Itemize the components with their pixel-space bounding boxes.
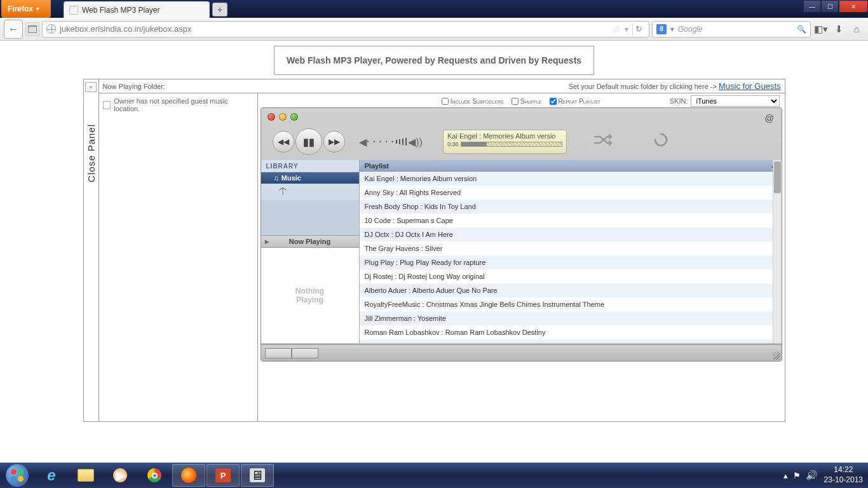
home-button[interactable]: ⌂ bbox=[849, 22, 864, 37]
start-orb-icon bbox=[6, 464, 29, 487]
antenna-icon bbox=[278, 186, 288, 196]
volume-mute-icon: ◀ bbox=[359, 136, 367, 148]
volume-max-icon: ◀)) bbox=[408, 136, 423, 148]
traffic-zoom-icon[interactable] bbox=[290, 113, 298, 121]
taskbar-explorer[interactable] bbox=[69, 464, 102, 487]
svg-rect-1 bbox=[29, 27, 36, 32]
music-for-guests-link[interactable]: Music for Guests bbox=[719, 81, 781, 91]
at-icon: @ bbox=[765, 113, 774, 123]
next-button[interactable]: ▶▶ bbox=[323, 131, 345, 152]
playlist-row[interactable]: Fresh Body Shop : Kids In Toy Land bbox=[360, 200, 782, 214]
page-icon bbox=[103, 101, 111, 109]
shuffle-checkbox[interactable] bbox=[512, 98, 519, 105]
now-playing-title: Kai Engel : Memories Album versio bbox=[447, 132, 562, 140]
repeat-icon[interactable] bbox=[653, 132, 668, 151]
firefox-label: Firefox bbox=[8, 4, 33, 13]
tab-favicon bbox=[69, 6, 78, 15]
now-playing-panel: Nothing Playing bbox=[261, 248, 359, 343]
playlist-row[interactable]: Dj Rostej : Dj Rostej Long Way original bbox=[360, 269, 782, 283]
window-close-button[interactable]: ✕ bbox=[839, 0, 868, 13]
elapsed-time: 0:30 bbox=[447, 141, 459, 147]
url-text: jukebox.erlsindia.co.in/jukebox.aspx bbox=[60, 24, 191, 34]
taskbar-clock[interactable]: 14:22 23-10-2013 bbox=[824, 465, 863, 485]
playlist-row[interactable]: LA RICURA : El Maridon bbox=[360, 339, 782, 343]
clock-date: 23-10-2013 bbox=[824, 475, 863, 485]
close-panel-label: Close Panel bbox=[86, 124, 97, 182]
resize-handle-icon[interactable] bbox=[773, 352, 780, 360]
now-playing-header[interactable]: Now Playing bbox=[261, 235, 359, 248]
window-minimize-button[interactable]: — bbox=[803, 0, 821, 13]
page-title-banner: Web Flash MP3 Player, Powered by Request… bbox=[274, 46, 594, 75]
play-pause-button[interactable]: ▮▮ bbox=[295, 128, 322, 155]
volume-control[interactable]: ◀ • • • • • ◀)) bbox=[359, 136, 423, 148]
shuffle-option[interactable]: Shuffle bbox=[512, 98, 542, 105]
nav-back-button[interactable]: ← bbox=[4, 20, 23, 39]
tray-volume-icon[interactable]: 🔊 bbox=[806, 470, 818, 481]
playlist-header[interactable]: Playlist ▲ bbox=[360, 160, 782, 172]
clock-time: 14:22 bbox=[824, 465, 863, 475]
address-bar[interactable]: jukebox.erlsindia.co.in/jukebox.aspx ☆ ▾… bbox=[42, 21, 649, 37]
owner-message: Owner has not specified guest music loca… bbox=[114, 97, 253, 112]
library-header: LIBRARY bbox=[261, 160, 359, 172]
playlist-row[interactable]: DJ Octx : DJ Octx I Am Here bbox=[360, 227, 782, 241]
playlist-row[interactable]: Kai Engel : Memories Album version bbox=[360, 172, 782, 186]
reload-button[interactable]: ↻ bbox=[632, 23, 645, 36]
downloads-button[interactable]: ⬇ bbox=[831, 22, 846, 37]
library-item-radio[interactable] bbox=[261, 184, 359, 200]
footer-button-2[interactable] bbox=[292, 348, 318, 358]
repeat-option[interactable]: Repeat Playlist bbox=[550, 98, 601, 105]
playlist-row[interactable]: Anny Sky : All Rights Reserved bbox=[360, 186, 782, 200]
itunes-player: @ ◀◀ ▮▮ ▶▶ ◀ • • • • • ◀)) bbox=[261, 107, 782, 362]
skin-label: SKIN: bbox=[670, 97, 688, 105]
windows-taskbar: e ▶ P 🖥 ▴ ⚑ 🔊 14:22 23-10-2013 bbox=[0, 463, 868, 488]
playlist-row[interactable]: Alberto Aduer : Alberto Aduer Que No Par… bbox=[360, 283, 782, 297]
skin-select[interactable]: iTunes bbox=[691, 95, 780, 107]
google-icon: 8 bbox=[656, 24, 667, 34]
music-note-icon: ♫ bbox=[274, 174, 279, 182]
include-subfolders-option[interactable]: Include Subfodlers bbox=[442, 98, 504, 105]
playlist-scrollbar[interactable] bbox=[773, 160, 782, 343]
bookmarks-menu-button[interactable]: ◧▾ bbox=[813, 22, 829, 37]
playlist-row[interactable]: Jill Zimmerman : Yosemite bbox=[360, 311, 782, 325]
tray-action-center-icon[interactable]: ⚑ bbox=[793, 471, 801, 480]
taskbar-chrome[interactable] bbox=[138, 464, 171, 487]
tray-show-hidden-icon[interactable]: ▴ bbox=[783, 471, 788, 480]
globe-icon bbox=[46, 24, 56, 34]
now-playing-folder-label: Now Playing Folder: bbox=[103, 83, 165, 90]
taskbar-wmp[interactable]: ▶ bbox=[104, 464, 137, 487]
footer-button-1[interactable] bbox=[265, 348, 292, 358]
taskbar-putty[interactable]: 🖥 bbox=[241, 464, 274, 487]
playlist-row[interactable]: The Gray Havens : Silver bbox=[360, 241, 782, 255]
search-go-icon[interactable]: 🔍 bbox=[797, 25, 806, 34]
url-dropdown-icon[interactable]: ▾ bbox=[625, 25, 628, 34]
traffic-close-icon[interactable] bbox=[268, 113, 275, 121]
progress-slider[interactable] bbox=[461, 142, 562, 147]
taskbar-firefox[interactable] bbox=[172, 464, 205, 487]
include-subfolders-checkbox[interactable] bbox=[442, 98, 449, 105]
search-engine-dropdown-icon[interactable]: ▾ bbox=[670, 25, 674, 34]
site-identity-button[interactable] bbox=[25, 22, 39, 36]
start-button[interactable] bbox=[0, 463, 34, 488]
new-tab-button[interactable]: + bbox=[212, 3, 227, 17]
music-label: Music bbox=[281, 174, 301, 182]
search-placeholder: Google bbox=[678, 25, 703, 34]
library-item-music[interactable]: ♫ Music bbox=[261, 172, 359, 184]
playlist-row[interactable]: 10 Code : Superman s Cape bbox=[360, 214, 782, 227]
playlist-row[interactable]: RoyaltyFreeMusic : Christmas Xmas Jingle… bbox=[360, 297, 782, 311]
firefox-menu-button[interactable]: Firefox bbox=[1, 0, 51, 18]
taskbar-ie[interactable]: e bbox=[35, 464, 68, 487]
window-maximize-button[interactable]: ☐ bbox=[821, 0, 839, 13]
playlist-row[interactable]: Plug Play : Plug Play Ready for rapture bbox=[360, 255, 782, 269]
traffic-minimize-icon[interactable] bbox=[279, 113, 287, 121]
playlist-row[interactable]: Roman Ram Lobashkov : Roman Ram Lobashko… bbox=[360, 325, 782, 339]
taskbar-powerpoint[interactable]: P bbox=[207, 464, 240, 487]
search-bar[interactable]: 8 ▾ Google 🔍 bbox=[652, 21, 811, 37]
prev-button[interactable]: ◀◀ bbox=[273, 131, 294, 152]
shuffle-icon[interactable] bbox=[593, 133, 614, 150]
lcd-display: Kai Engel : Memories Album versio 0:30 bbox=[443, 130, 567, 154]
browser-tab[interactable]: Web Flash MP3 Player bbox=[64, 1, 210, 18]
close-panel-toggle[interactable]: » bbox=[85, 82, 97, 92]
bookmark-star-icon[interactable]: ☆ bbox=[613, 24, 621, 34]
scrollbar-thumb[interactable] bbox=[774, 161, 781, 193]
repeat-checkbox[interactable] bbox=[550, 98, 557, 105]
